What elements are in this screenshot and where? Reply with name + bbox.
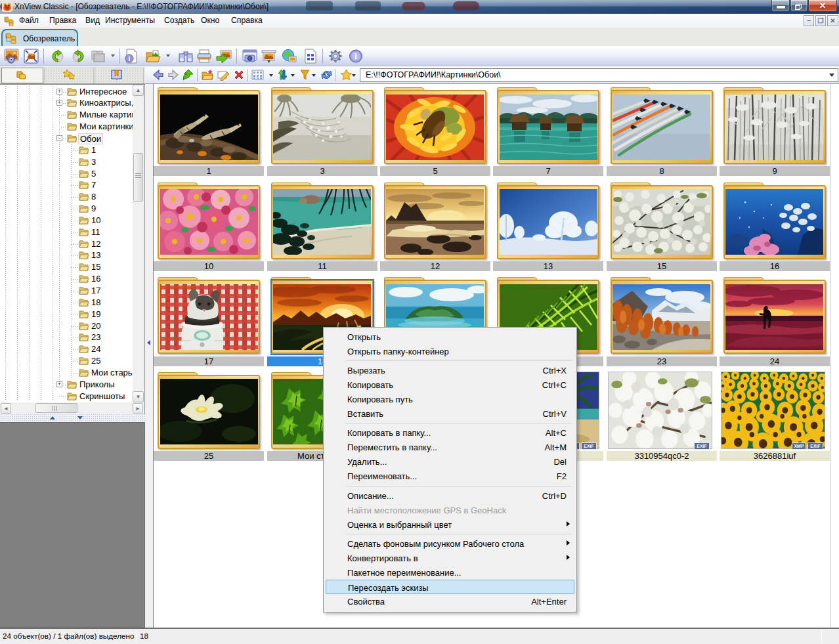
svg-text:i: i bbox=[355, 52, 356, 61]
svg-text:i: i bbox=[129, 55, 131, 62]
